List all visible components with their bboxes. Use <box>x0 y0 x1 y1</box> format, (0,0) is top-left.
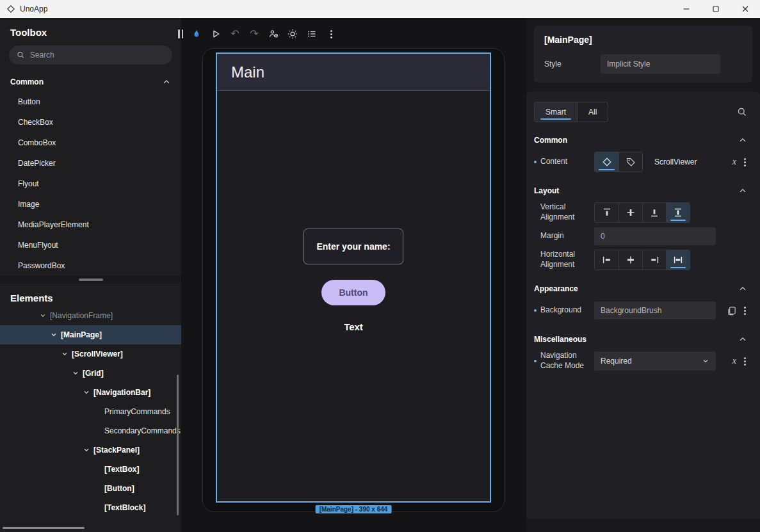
navigation-cache-mode-dropdown[interactable]: Required <box>594 351 716 371</box>
toolbox-item-label: ComboBox <box>18 138 56 147</box>
valign-top-button[interactable] <box>595 203 619 222</box>
property-row-content: Content ScrollViewer x <box>534 151 747 173</box>
section-layout[interactable]: Layout <box>534 182 747 200</box>
horizontal-alignment-label: Horizontal Alignment <box>540 250 594 270</box>
minimize-button[interactable] <box>672 0 701 18</box>
toolbox-item-button[interactable]: Button <box>0 92 181 112</box>
style-field[interactable] <box>601 54 720 74</box>
section-common[interactable]: Common <box>534 131 747 149</box>
toolbox-section-common[interactable]: Common <box>0 72 181 92</box>
canvas-button[interactable]: Button <box>321 280 385 305</box>
mainpage-design-surface[interactable]: Main Enter your name: Button Text <box>216 52 491 503</box>
canvas-textbox[interactable]: Enter your name: <box>303 229 403 264</box>
flame-icon <box>191 29 202 39</box>
kebab-icon <box>330 33 332 35</box>
toolbox-item-label: PasswordBox <box>18 261 65 270</box>
tree-item-button[interactable]: [Button] <box>0 479 181 498</box>
selected-element-title: [MainPage] <box>544 35 742 45</box>
halign-center-button[interactable] <box>619 250 642 270</box>
left-panel: Toolbox Common Button CheckBox ComboBox … <box>0 18 181 532</box>
sun-icon <box>287 29 298 39</box>
toolbox-item-flyout[interactable]: Flyout <box>0 173 181 194</box>
kebab-icon[interactable] <box>744 161 746 163</box>
tree-item-primarycommands[interactable]: PrimaryCommands <box>0 402 181 421</box>
section-appearance[interactable]: Appearance <box>534 280 747 298</box>
toolbox-search-input[interactable] <box>30 51 165 60</box>
align-top-icon <box>602 207 612 218</box>
toolbox-item-datepicker[interactable]: DatePicker <box>0 153 181 173</box>
valign-center-button[interactable] <box>619 203 642 222</box>
page-size-badge: [MainPage] - 390 x 644 <box>316 505 392 513</box>
section-miscellaneous[interactable]: Miscellaneous <box>534 330 747 348</box>
halign-left-button[interactable] <box>595 250 619 270</box>
margin-field[interactable] <box>594 227 716 245</box>
tree-item-label: [TextBlock] <box>104 503 145 512</box>
properties-search-button[interactable] <box>737 107 747 117</box>
markup-extension-button[interactable]: x <box>732 157 736 166</box>
tree-item-stackpanel[interactable]: [StackPanel] <box>0 440 181 460</box>
toolbox-item-image[interactable]: Image <box>0 194 181 214</box>
panel-splitter[interactable] <box>0 276 181 284</box>
designer-toolbar: ↶ ↷ <box>175 25 339 43</box>
tree-item-mainpage[interactable]: [MainPage] <box>0 325 181 344</box>
markup-extension-button[interactable]: x <box>732 357 736 366</box>
elements-horizontal-scrollbar[interactable] <box>3 527 85 529</box>
stretch-vertical-icon <box>673 207 683 218</box>
background-label: Background <box>540 305 594 316</box>
toolbox-item-passwordbox[interactable]: PasswordBox <box>0 255 181 276</box>
toolbox-item-checkbox[interactable]: CheckBox <box>0 112 181 133</box>
elements-vertical-scrollbar[interactable] <box>177 375 179 515</box>
splitter-handle[interactable] <box>79 278 103 281</box>
play-button[interactable] <box>207 26 224 42</box>
maximize-button[interactable] <box>701 0 731 18</box>
undo-button[interactable]: ↶ <box>227 26 243 42</box>
tree-item-textblock[interactable]: [TextBlock] <box>0 498 181 517</box>
resource-copy-icon[interactable] <box>727 306 736 316</box>
property-row-navigation-cache-mode: Navigation Cache Mode Required x <box>534 350 747 372</box>
minimize-icon <box>683 5 690 13</box>
property-row-background: Background <box>534 300 747 321</box>
tree-item-scrollviewer[interactable]: [ScrollViewer] <box>0 344 181 364</box>
hot-design-button[interactable] <box>188 26 205 42</box>
canvas-stackpanel: Enter your name: Button Text <box>217 91 490 501</box>
canvas-navigationbar[interactable]: Main <box>217 54 490 91</box>
toolbar-drag-handle-icon[interactable] <box>175 26 186 42</box>
navigation-cache-mode-label: Navigation Cache Mode <box>540 351 594 371</box>
tab-all[interactable]: All <box>577 102 608 122</box>
kebab-icon[interactable] <box>744 360 746 362</box>
properties-tabs: Smart All <box>534 102 747 122</box>
halign-right-button[interactable] <box>642 250 666 270</box>
tab-smart[interactable]: Smart <box>535 102 577 122</box>
toolbox-search[interactable] <box>9 45 172 65</box>
content-tag-toggle[interactable] <box>619 152 642 172</box>
halign-stretch-button[interactable] <box>666 250 690 270</box>
background-field[interactable] <box>594 302 716 319</box>
toolbox-item-mediaplayerelement[interactable]: MediaPlayerElement <box>0 214 181 235</box>
stretch-horizontal-icon <box>673 255 683 265</box>
undo-icon: ↶ <box>230 29 239 39</box>
valign-stretch-button[interactable] <box>666 203 690 222</box>
redo-button[interactable]: ↷ <box>246 26 263 42</box>
tree-item-navigationframe[interactable]: [NavigationFrame] <box>0 306 181 325</box>
tree-item-label: [Grid] <box>83 369 104 378</box>
canvas-textblock[interactable]: Text <box>344 321 363 332</box>
toolbox-item-menuflyout[interactable]: MenuFlyout <box>0 235 181 255</box>
tree-item-grid[interactable]: [Grid] <box>0 364 181 383</box>
close-button[interactable] <box>731 0 760 18</box>
theme-toggle-button[interactable] <box>284 26 301 42</box>
tag-icon <box>626 157 636 167</box>
chevron-down-icon <box>38 312 47 319</box>
element-inspector-button[interactable] <box>265 26 282 42</box>
more-options-button[interactable] <box>323 26 339 42</box>
changes-list-button[interactable] <box>303 26 320 42</box>
toolbox-item-label: Button <box>18 97 40 106</box>
valign-bottom-button[interactable] <box>642 203 666 222</box>
tree-item-textbox[interactable]: [TextBox] <box>0 460 181 479</box>
close-icon <box>741 5 749 13</box>
tree-item-secondarycommands[interactable]: SecondaryCommands <box>0 421 181 440</box>
content-element-toggle[interactable] <box>595 152 619 172</box>
content-value[interactable]: ScrollViewer <box>654 157 697 166</box>
tree-item-navigationbar[interactable]: [NavigationBar] <box>0 383 181 402</box>
toolbox-item-combobox[interactable]: ComboBox <box>0 133 181 153</box>
kebab-icon[interactable] <box>744 310 746 312</box>
